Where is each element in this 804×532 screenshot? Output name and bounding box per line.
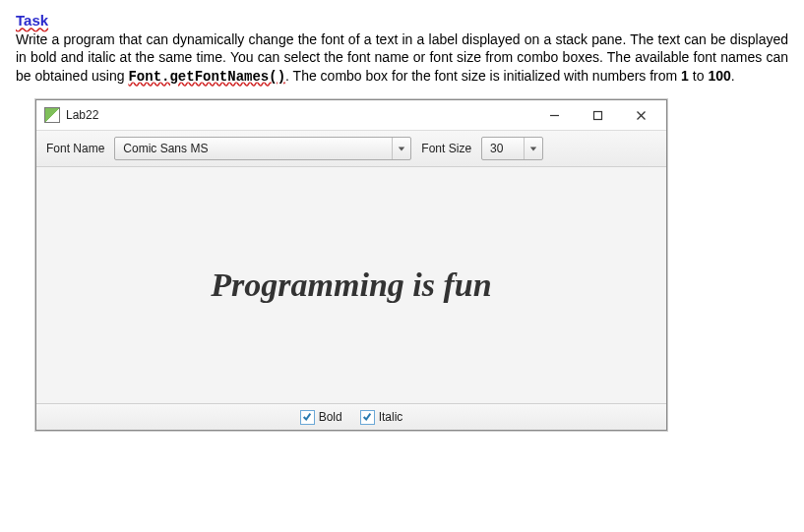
code-fragment: Font.getFontNames() — [128, 69, 285, 85]
italic-checkbox[interactable]: Italic — [360, 410, 403, 425]
close-icon — [636, 110, 647, 121]
task-number-one: 1 — [681, 68, 689, 84]
font-name-value: Comic Sans MS — [115, 142, 392, 155]
toolbar: Font Name Comic Sans MS Font Size 30 — [36, 131, 666, 167]
check-icon — [302, 412, 312, 422]
bold-checkbox-label: Bold — [319, 410, 342, 424]
titlebar: Lab22 — [36, 100, 666, 131]
task-number-hundred: 100 — [708, 68, 730, 84]
task-text-to: to — [689, 68, 708, 84]
minimize-icon — [549, 110, 560, 121]
maximize-button[interactable] — [576, 101, 619, 129]
task-heading: Task — [16, 12, 788, 29]
task-paragraph: Write a program that can dynamically cha… — [16, 30, 788, 86]
display-text: Programming is fun — [211, 266, 491, 304]
font-name-combo[interactable]: Comic Sans MS — [114, 137, 411, 160]
app-window: Lab22 Font Name Comic Sans MS Font Size … — [35, 99, 667, 431]
task-text-mid: . The combo box for the font size is ini… — [285, 68, 681, 84]
bottom-bar: Bold Italic — [36, 403, 666, 430]
font-size-value: 30 — [482, 142, 524, 155]
svg-marker-5 — [530, 148, 536, 151]
chevron-down-icon — [524, 138, 542, 159]
check-icon — [362, 412, 372, 422]
italic-checkbox-label: Italic — [379, 410, 403, 424]
display-pane: Programming is fun — [36, 167, 666, 403]
svg-marker-4 — [399, 148, 404, 151]
chevron-down-icon — [392, 138, 410, 159]
font-size-combo[interactable]: 30 — [481, 137, 543, 160]
task-text-period: . — [731, 68, 735, 84]
font-size-label: Font Size — [419, 142, 473, 155]
bold-checkbox[interactable]: Bold — [300, 410, 342, 425]
svg-rect-1 — [593, 111, 601, 119]
checkbox-box — [360, 410, 375, 425]
app-icon — [44, 107, 60, 123]
window-title: Lab22 — [66, 108, 98, 122]
maximize-icon — [592, 110, 603, 121]
checkbox-box — [300, 410, 315, 425]
minimize-button[interactable] — [532, 101, 576, 129]
close-button[interactable] — [619, 101, 662, 129]
font-name-label: Font Name — [44, 142, 106, 155]
